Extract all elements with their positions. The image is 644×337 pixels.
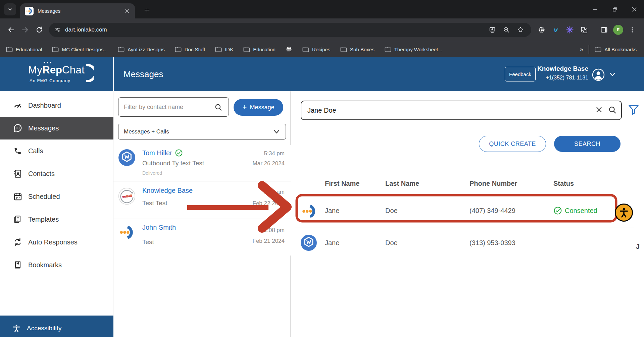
toolbar-divider <box>594 25 594 35</box>
bookmarks-bar: Educational MC Client Designs... AyoLizz… <box>0 41 644 57</box>
table-header-divider <box>295 193 634 193</box>
chevron-down-icon <box>7 6 13 13</box>
omnibox[interactable]: dart.ionlake.com <box>49 23 531 37</box>
bookmark-folder[interactable]: IDK <box>215 47 233 52</box>
zoom-button[interactable] <box>501 24 512 35</box>
sidebar-item-messages[interactable]: Messages <box>0 117 113 139</box>
forward-button[interactable] <box>19 23 32 36</box>
chevron-down-icon <box>273 129 280 134</box>
bookmark-folder[interactable]: AyoLizz Designs <box>118 47 165 52</box>
new-tab-button[interactable] <box>142 5 152 15</box>
account-menu-button[interactable] <box>609 71 616 77</box>
reload-button[interactable] <box>33 23 46 36</box>
conversation-name: John Smith <box>142 224 176 231</box>
wealthbox-avatar-icon <box>118 149 136 166</box>
consented-check-icon <box>553 206 562 215</box>
extensions-button[interactable] <box>579 24 589 35</box>
redtail-avatar-icon: redtail <box>118 187 136 205</box>
bookmark-folder[interactable]: Recipes <box>302 47 330 52</box>
side-panel-button[interactable] <box>599 24 609 35</box>
myrepchat-app: MyRepChat An FMG Company Messages Feedba… <box>0 57 644 337</box>
all-bookmarks-button[interactable]: All Bookmarks <box>595 47 637 52</box>
folder-icon <box>118 47 125 52</box>
bookmark-folder[interactable]: Therapy Worksheet... <box>385 47 442 52</box>
browser-menu-button[interactable] <box>627 24 638 35</box>
contact-row[interactable]: Jane Doe (407) 349-4429 Consented <box>291 195 634 227</box>
sidebar: Dashboard Messages Calls Contacts Schedu… <box>0 91 113 337</box>
conversation-row[interactable]: John Smith Test 1:08 pm Feb 21 2024 <box>113 219 291 256</box>
sidebar-item-scheduled[interactable]: Scheduled <box>0 185 113 208</box>
conversation-name: Knowledge Base <box>142 187 193 194</box>
bookmark-folder[interactable]: MC Client Designs... <box>52 47 108 52</box>
extension-burst-button[interactable] <box>564 24 575 35</box>
back-button[interactable] <box>5 23 17 36</box>
folder-icon <box>302 47 309 52</box>
folder-icon <box>175 47 182 52</box>
filter-funnel-button[interactable] <box>628 104 639 116</box>
conversation-filter-select[interactable]: Messages + Calls <box>118 124 286 139</box>
bookmark-folder[interactable]: Doc Stuff <box>175 47 205 52</box>
search-button[interactable]: SEARCH <box>554 136 621 152</box>
sidebar-item-accessibility[interactable]: Accessibility <box>0 321 113 336</box>
bookmark-folder[interactable]: Educational <box>6 47 42 52</box>
tab-search-button[interactable] <box>4 3 16 15</box>
contact-row[interactable]: Jane Doe (313) 953-0393 <box>291 228 634 258</box>
bookmark-globe[interactable] <box>286 46 292 53</box>
cell-last-name: Doe <box>385 239 398 247</box>
install-app-button[interactable] <box>487 24 498 35</box>
folder-icon <box>243 47 250 52</box>
sidebar-item-calls[interactable]: Calls <box>0 139 113 162</box>
new-message-button[interactable]: + Message <box>234 99 283 116</box>
speedometer-icon <box>12 100 23 110</box>
contact-search-input[interactable] <box>301 101 622 120</box>
maximize-button[interactable] <box>605 0 625 18</box>
sidebar-item-templates[interactable]: Templates <box>0 208 113 231</box>
extension-globe-button[interactable] <box>536 24 547 35</box>
sidebar-item-bookmarks[interactable]: Bookmarks <box>0 254 113 276</box>
folder-icon <box>595 47 601 52</box>
url-text[interactable]: dart.ionlake.com <box>65 26 484 33</box>
bookmark-folder[interactable]: Sub Boxes <box>340 47 375 52</box>
tab-strip: Messages <box>0 0 644 18</box>
myrepchat-avatar-icon <box>118 224 136 241</box>
calendar-icon <box>12 191 23 202</box>
bookmark-star-button[interactable] <box>515 24 526 35</box>
conversation-preview: Test Test <box>142 200 167 207</box>
bookmarks-overflow-icon[interactable]: » <box>580 46 584 53</box>
browser-tab[interactable]: Messages <box>20 3 135 18</box>
refresh-icon <box>12 237 23 247</box>
documents-icon <box>12 215 23 224</box>
person-circle-icon <box>592 68 605 81</box>
conversation-row[interactable]: redtail Knowledge Base Test Test 9:23 am… <box>113 181 291 219</box>
logo-chat: Chat <box>62 64 85 76</box>
star-icon <box>517 26 524 34</box>
sidebar-item-contacts[interactable]: Contacts <box>0 162 113 185</box>
quick-create-button[interactable]: QUICK CREATE <box>479 136 546 152</box>
close-button[interactable] <box>625 0 644 18</box>
bookmark-folder[interactable]: Education <box>243 47 276 52</box>
bookmarks-right-cluster: » All Bookmarks <box>580 45 638 54</box>
conversation-date: Feb 21 2024 <box>253 238 285 244</box>
tab-close-icon[interactable] <box>124 8 130 14</box>
extension-vimeo-button[interactable]: v <box>550 24 561 35</box>
folder-icon <box>340 47 347 52</box>
conversation-row[interactable]: Tom Hiller Outbound Ty text Test Deliver… <box>113 145 291 181</box>
search-submit-button[interactable] <box>608 105 617 115</box>
profile-avatar[interactable]: E <box>613 25 623 35</box>
verified-check-icon <box>175 149 183 157</box>
site-settings-icon[interactable] <box>54 26 61 33</box>
sidebar-item-auto-responses[interactable]: Auto Responses <box>0 231 113 254</box>
clear-search-button[interactable] <box>594 105 604 115</box>
header-divider <box>113 57 114 91</box>
account-avatar[interactable] <box>592 68 605 81</box>
plus-icon <box>143 6 151 14</box>
minimize-button[interactable] <box>586 0 605 18</box>
myrepchat-favicon-icon <box>25 7 34 15</box>
sidebar-item-dashboard[interactable]: Dashboard <box>0 94 113 117</box>
accessibility-widget-button[interactable] <box>615 204 633 222</box>
logo-my: My <box>28 64 42 76</box>
conversation-name: Tom Hiller <box>142 149 183 157</box>
filter-contact-input[interactable] <box>118 97 229 117</box>
funnel-icon <box>628 104 639 116</box>
alphabet-index-letter[interactable]: J <box>636 243 640 250</box>
